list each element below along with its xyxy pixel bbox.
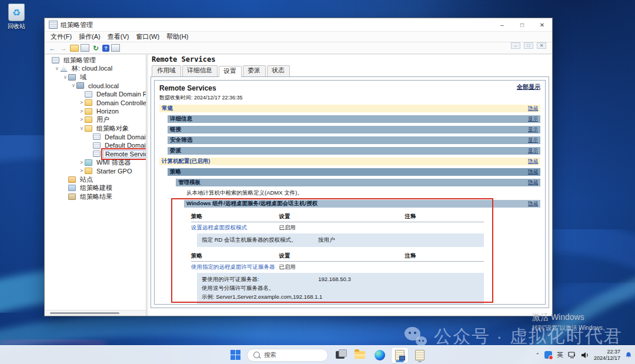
section-toggle-link[interactable]: 显示 (528, 116, 538, 123)
tree-item[interactable]: 站点 (45, 175, 146, 184)
recycle-bin-shortcut[interactable]: ♻ 回收站 (4, 4, 29, 31)
report-section-band: 常规 隐藏 (159, 105, 540, 112)
tree-item-icon (85, 116, 92, 123)
screen: ♻ 回收站 组策略管理 – □ ✕ 文件(F)操作(A)查看(V)窗口(W)帮助… (0, 0, 635, 364)
section-toggle-link[interactable]: 隐藏 (528, 105, 538, 112)
tree-item[interactable]: v 林: cloud.local (45, 65, 146, 74)
tree-item-icon (85, 91, 92, 98)
tree-expander-icon[interactable]: > (79, 160, 85, 165)
gpedit-taskbar-button[interactable] (412, 348, 428, 363)
policy-link[interactable]: 设置远程桌面授权模式 (191, 224, 279, 232)
gpmc-taskbar-button[interactable] (392, 348, 408, 363)
tree-item[interactable]: v 组策略对象 (45, 124, 146, 133)
section-toggle-link[interactable]: 显示 (528, 126, 538, 133)
menu-item[interactable]: 查看(V) (104, 32, 133, 41)
section-toggle-link[interactable]: 隐藏 (528, 179, 538, 186)
gpo-tab[interactable]: 设置 (219, 66, 242, 77)
tree-item[interactable]: v cloud.local (45, 82, 146, 91)
section-title[interactable]: 计算机配置(已启用) (162, 158, 210, 165)
section-toggle-link[interactable]: 显示 (528, 148, 538, 155)
toolbar-icon[interactable]: ↻ (91, 44, 101, 52)
search-box[interactable]: 搜索 (247, 349, 328, 362)
menu-item[interactable]: 操作(A) (75, 32, 104, 41)
titlebar[interactable]: 组策略管理 – □ ✕ (45, 18, 552, 31)
section-toggle-link[interactable]: 显示 (528, 137, 538, 144)
menu-item[interactable]: 文件(F) (47, 32, 75, 41)
toolbar-icon[interactable] (70, 45, 79, 52)
gpo-tab[interactable]: 状态 (267, 65, 290, 76)
tree-item[interactable]: 组策略建模 (45, 184, 146, 193)
policy-link[interactable]: 使用指定的远程桌面许可证服务器 (191, 263, 279, 271)
toolbar-icon[interactable] (81, 44, 89, 52)
file-explorer-button[interactable] (352, 348, 368, 363)
minimize-button[interactable]: – (492, 18, 512, 31)
section-toggle-link[interactable]: 隐藏 (528, 169, 538, 176)
tree-item[interactable]: > Domain Controllers (45, 99, 146, 108)
gpo-tab[interactable]: 详细信息 (182, 65, 218, 76)
tree-item[interactable]: v 域 (45, 73, 146, 82)
volume-icon[interactable] (581, 352, 589, 359)
section-title[interactable]: 链接 (170, 126, 181, 133)
section-title[interactable]: 策略 (170, 168, 181, 176)
tree-item[interactable]: Default Domain Controlle (45, 133, 146, 142)
tree-expander-icon[interactable]: > (79, 109, 85, 114)
start-button[interactable] (227, 348, 243, 363)
tree-item[interactable]: 组策略管理 (45, 56, 146, 65)
scrollbar-thumb[interactable] (50, 312, 119, 314)
section-title[interactable]: Windows 组件/远程桌面服务/远程桌面会话主机/授权 (186, 200, 317, 208)
tree-expander-icon[interactable]: v (54, 66, 60, 71)
tree-expander-icon[interactable]: > (79, 100, 85, 105)
tray-time: 22:37 (594, 349, 620, 355)
toolbar-icon[interactable] (111, 44, 120, 52)
tray-app-icon[interactable] (544, 351, 552, 359)
tree-horizontal-scrollbar[interactable] (45, 310, 146, 316)
section-title[interactable]: 从本地计算机中检索的策略定义(ADMX 文件)。 (186, 189, 303, 197)
tree-item-icon (68, 185, 76, 191)
tree-item[interactable]: > WMI 筛选器 (45, 158, 146, 167)
network-icon[interactable] (568, 352, 576, 359)
section-title[interactable]: 详细信息 (170, 115, 192, 123)
tree-expander-icon[interactable]: v (71, 83, 76, 88)
maximize-button[interactable]: □ (512, 18, 532, 31)
clock[interactable]: 22:37 2024/12/17 (594, 349, 620, 362)
tree-expander-icon[interactable]: > (79, 168, 85, 173)
section-title[interactable]: 委派 (170, 147, 181, 155)
tree-item[interactable]: > Horizon (45, 107, 146, 116)
mdi-close-button[interactable]: ✕ (537, 42, 546, 49)
tree-item[interactable]: > Starter GPO (45, 167, 146, 176)
section-title[interactable]: 管理模板 (178, 179, 200, 186)
show-all-link[interactable]: 全部显示 (517, 83, 540, 91)
hidden-icons-chevron[interactable]: ⌃ (535, 352, 540, 358)
tree-expander-icon[interactable]: v (79, 126, 85, 131)
detail-text: 使用逗号分隔许可服务器名。 (202, 285, 275, 292)
notification-bell-icon[interactable] (625, 352, 632, 359)
tree-item[interactable]: Remote Services (45, 150, 146, 159)
tree-item[interactable]: Default Domain Policy (45, 90, 146, 99)
section-toggle-link[interactable]: 隐藏 (528, 201, 538, 208)
mdi-restore-button[interactable]: □ (524, 42, 533, 49)
menu-item[interactable]: 帮助(H) (163, 32, 192, 41)
mdi-minimize-button[interactable]: – (511, 42, 520, 49)
section-title[interactable]: 常规 (162, 105, 173, 112)
tree-item-label: Default Domain Policy (103, 142, 146, 149)
ime-indicator[interactable]: 英 (557, 350, 563, 359)
toolbar-icon[interactable]: → (59, 44, 68, 52)
menu-item[interactable]: 窗口(W) (132, 32, 163, 41)
tree-item-label: 站点 (78, 175, 95, 184)
gpo-tab[interactable]: 作用域 (152, 65, 181, 76)
task-view-button[interactable] (332, 348, 348, 363)
section-toggle-link[interactable]: 隐藏 (528, 158, 538, 165)
section-title[interactable]: 安全筛选 (170, 136, 192, 144)
toolbar-icon[interactable]: ← (48, 44, 57, 52)
close-button[interactable]: ✕ (532, 18, 552, 31)
search-icon (253, 352, 260, 358)
tree-item[interactable]: > 用户 (45, 116, 146, 125)
tree-expander-icon[interactable]: v (62, 75, 68, 80)
tree-expander-icon[interactable]: > (79, 117, 85, 122)
tree-item[interactable]: 组策略结果 (45, 192, 146, 201)
edge-button[interactable] (372, 348, 388, 363)
policy-comment (405, 263, 484, 271)
gpo-tab[interactable]: 委派 (243, 65, 266, 76)
toolbar-icon[interactable]: ? (102, 45, 109, 52)
tree-item[interactable]: Default Domain Policy (45, 141, 146, 150)
